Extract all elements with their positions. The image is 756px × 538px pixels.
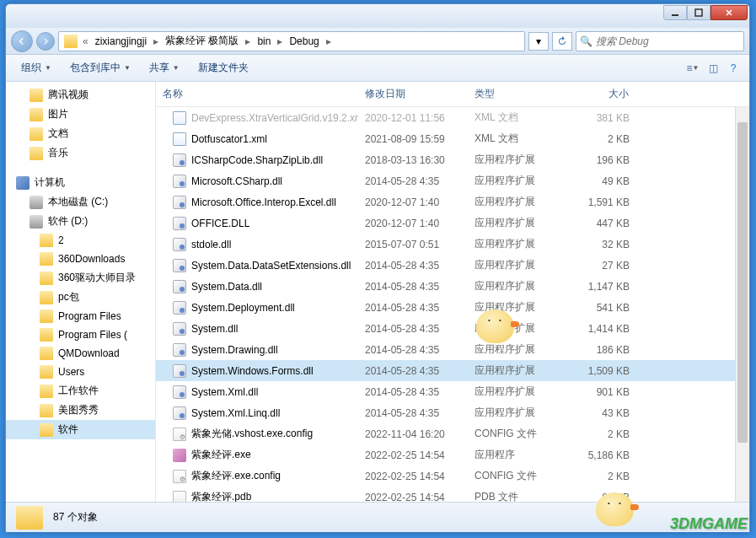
sidebar-folder[interactable]: 360驱动大师目录 bbox=[6, 268, 155, 288]
file-row[interactable]: System.Windows.Forms.dll2014-05-28 4:35应… bbox=[156, 360, 749, 381]
preview-pane-button[interactable]: ◫ bbox=[704, 59, 722, 78]
history-dropdown[interactable]: ▾ bbox=[528, 32, 549, 51]
sidebar-folder[interactable]: Program Files ( bbox=[6, 325, 155, 344]
file-row[interactable]: System.Xml.dll2014-05-28 4:35应用程序扩展901 K… bbox=[156, 381, 749, 402]
cfg-icon bbox=[173, 428, 186, 441]
file-date: 2022-02-25 14:54 bbox=[358, 490, 468, 503]
music-icon bbox=[29, 147, 43, 160]
dll-icon bbox=[173, 406, 186, 420]
file-name: DevExpress.XtraVerticalGrid.v19.2.xml bbox=[191, 112, 358, 124]
breadcrumb-seg[interactable]: zixiangjingji bbox=[90, 32, 152, 51]
file-date: 2022-02-25 14:54 bbox=[358, 448, 468, 463]
breadcrumb-seg[interactable]: 紫象经评 极简版 bbox=[160, 32, 244, 51]
sidebar-drive[interactable]: 本地磁盘 (C:) bbox=[6, 192, 155, 212]
file-row[interactable]: 紫象光储.vshost.exe.config2022-11-04 16:20CO… bbox=[156, 423, 749, 444]
file-row[interactable]: ICSharpCode.SharpZipLib.dll2018-03-13 16… bbox=[156, 149, 749, 170]
column-name[interactable]: 名称 bbox=[156, 82, 358, 106]
minimize-button[interactable] bbox=[663, 5, 687, 20]
sidebar-item[interactable]: 文档 bbox=[6, 124, 155, 143]
file-row[interactable]: System.Data.dll2014-05-28 4:35应用程序扩展1,14… bbox=[156, 276, 749, 297]
help-button[interactable]: ? bbox=[724, 59, 743, 78]
newfolder-button[interactable]: 新建文件夹 bbox=[190, 57, 257, 78]
file-type: CONFIG 文件 bbox=[468, 467, 560, 485]
sidebar-folder[interactable]: 软件 bbox=[6, 420, 155, 439]
share-button[interactable]: 共享▼ bbox=[141, 57, 188, 78]
folder-icon bbox=[16, 506, 43, 530]
file-row[interactable]: DevExpress.XtraVerticalGrid.v19.2.xml202… bbox=[156, 107, 749, 128]
pictures-icon bbox=[29, 108, 43, 121]
file-row[interactable]: OFFICE.DLL2020-12-07 1:40应用程序扩展447 KB bbox=[156, 213, 749, 234]
close-button[interactable] bbox=[710, 5, 748, 20]
column-date[interactable]: 修改日期 bbox=[358, 82, 468, 106]
file-date: 2014-05-28 4:35 bbox=[358, 174, 468, 189]
chevron-right-icon[interactable]: ▸ bbox=[244, 35, 252, 47]
column-type[interactable]: 类型 bbox=[468, 82, 560, 106]
chevron-right-icon[interactable]: ▸ bbox=[152, 35, 160, 47]
file-row[interactable]: System.Data.DataSetExtensions.dll2014-05… bbox=[156, 255, 749, 276]
sidebar-folder[interactable]: pc包 bbox=[6, 288, 155, 307]
file-type: XML 文档 bbox=[468, 130, 560, 148]
toolbar: 组织▼ 包含到库中▼ 共享▼ 新建文件夹 ≡▼ ◫ ? bbox=[6, 55, 749, 82]
breadcrumb-seg[interactable]: bin bbox=[252, 32, 276, 51]
sidebar-item-label: 本地磁盘 (C:) bbox=[48, 195, 108, 209]
chevron-right-icon[interactable]: « bbox=[81, 35, 90, 47]
maximize-button[interactable] bbox=[687, 5, 710, 20]
forward-button[interactable] bbox=[36, 32, 55, 51]
file-size: 1,147 KB bbox=[560, 279, 636, 294]
sidebar-folder[interactable]: QMDownload bbox=[6, 344, 155, 363]
file-list[interactable]: 名称 修改日期 类型 大小 DevExpress.XtraVerticalGri… bbox=[156, 82, 749, 502]
breadcrumb[interactable]: « zixiangjingji ▸ 紫象经评 极简版 ▸ bin ▸ Debug… bbox=[58, 31, 525, 51]
file-date: 2014-05-28 4:35 bbox=[358, 342, 468, 358]
column-size[interactable]: 大小 bbox=[560, 82, 636, 106]
file-row[interactable]: 紫象经评.pdb2022-02-25 14:54PDB 文件82 KB bbox=[156, 487, 749, 502]
explorer-window: « zixiangjingji ▸ 紫象经评 极简版 ▸ bin ▸ Debug… bbox=[5, 3, 750, 532]
organize-button[interactable]: 组织▼ bbox=[13, 57, 60, 78]
sidebar-item-label: 图片 bbox=[48, 107, 68, 121]
file-row[interactable]: System.Deployment.dll2014-05-28 4:35应用程序… bbox=[156, 297, 749, 318]
file-row[interactable]: System.Drawing.dll2014-05-28 4:35应用程序扩展1… bbox=[156, 339, 749, 360]
dll-icon bbox=[173, 175, 186, 188]
titlebar[interactable] bbox=[6, 4, 749, 28]
file-row[interactable]: System.Xml.Linq.dll2014-05-28 4:35应用程序扩展… bbox=[156, 402, 749, 423]
file-row[interactable]: Microsoft.Office.Interop.Excel.dll2020-1… bbox=[156, 191, 749, 213]
sidebar-computer[interactable]: 计算机 bbox=[6, 173, 155, 192]
file-row[interactable]: Dotfuscator1.xml2021-08-09 15:59XML 文档2 … bbox=[156, 128, 749, 149]
view-button[interactable]: ≡▼ bbox=[684, 59, 702, 78]
file-row[interactable]: 紫象经评.exe2022-02-25 14:54应用程序5,186 KB bbox=[156, 444, 749, 465]
refresh-button[interactable] bbox=[552, 32, 572, 51]
back-button[interactable] bbox=[11, 30, 33, 52]
file-name: Dotfuscator1.xml bbox=[191, 133, 267, 145]
sidebar-drive[interactable]: 软件 (D:) bbox=[6, 212, 155, 231]
search-box[interactable]: 🔍 bbox=[576, 31, 744, 51]
breadcrumb-seg[interactable]: Debug bbox=[284, 32, 324, 51]
sidebar-folder[interactable]: 2 bbox=[6, 231, 155, 250]
sidebar-folder[interactable]: 美图秀秀 bbox=[6, 401, 155, 420]
file-row[interactable]: stdole.dll2015-07-07 0:51应用程序扩展32 KB bbox=[156, 234, 749, 255]
nav-sidebar[interactable]: 腾讯视频图片文档音乐计算机本地磁盘 (C:)软件 (D:)2360Downloa… bbox=[6, 82, 156, 502]
xml-icon bbox=[173, 111, 186, 125]
file-row[interactable]: Microsoft.CSharp.dll2014-05-28 4:35应用程序扩… bbox=[156, 170, 749, 191]
sidebar-folder[interactable]: 360Downloads bbox=[6, 250, 155, 268]
chevron-right-icon[interactable]: ▸ bbox=[324, 35, 333, 47]
scrollbar-thumb[interactable] bbox=[737, 122, 748, 443]
file-row[interactable]: 紫象经评.exe.config2022-02-25 14:54CONFIG 文件… bbox=[156, 465, 749, 487]
pdb-icon bbox=[173, 491, 186, 503]
search-input[interactable] bbox=[592, 35, 740, 47]
vertical-scrollbar[interactable] bbox=[735, 105, 749, 502]
file-size: 82 KB bbox=[560, 490, 636, 503]
chevron-right-icon[interactable]: ▸ bbox=[276, 35, 284, 47]
file-row[interactable]: System.dll2014-05-28 4:35应用程序扩展1,414 KB bbox=[156, 318, 749, 339]
folder-icon bbox=[40, 272, 53, 285]
sidebar-folder[interactable]: 工作软件 bbox=[6, 381, 155, 401]
file-type: XML 文档 bbox=[468, 109, 560, 126]
sidebar-item[interactable]: 音乐 bbox=[6, 143, 155, 163]
dll-icon bbox=[173, 322, 186, 336]
sidebar-item[interactable]: 图片 bbox=[6, 105, 155, 124]
sidebar-folder[interactable]: Program Files bbox=[6, 307, 155, 325]
sidebar-item[interactable]: 腾讯视频 bbox=[6, 85, 155, 105]
include-button[interactable]: 包含到库中▼ bbox=[62, 57, 139, 78]
sidebar-item-label: QMDownload bbox=[58, 347, 120, 359]
file-size: 32 KB bbox=[560, 237, 636, 252]
sidebar-folder[interactable]: Users bbox=[6, 363, 155, 381]
file-name: System.Xml.Linq.dll bbox=[191, 407, 280, 419]
